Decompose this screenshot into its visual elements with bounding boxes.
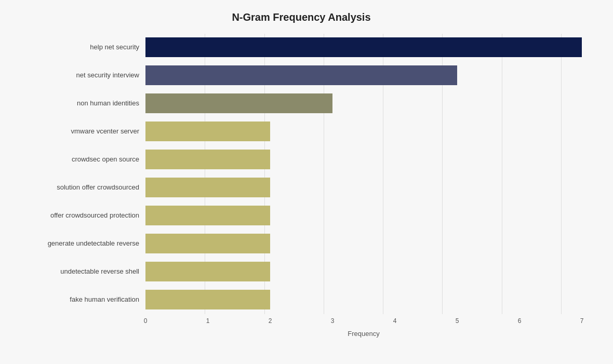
bar-fill xyxy=(145,178,270,197)
bar-fill xyxy=(145,150,270,169)
bar-track xyxy=(145,178,582,197)
bar-row: vmware vcenter server xyxy=(21,118,582,145)
bar-label: help net security xyxy=(21,43,145,51)
chart-container: N-Gram Frequency Analysis help net secur… xyxy=(10,1,603,363)
bar-track xyxy=(145,122,582,141)
bar-row: crowdsec open source xyxy=(21,146,582,173)
x-tick: 6 xyxy=(518,317,522,325)
bar-fill xyxy=(145,93,332,113)
x-tick: 2 xyxy=(269,317,272,325)
bar-fill xyxy=(145,65,457,85)
x-axis: 01234567 xyxy=(145,317,582,328)
x-tick: 3 xyxy=(331,317,335,325)
bar-track xyxy=(145,65,582,85)
bar-fill xyxy=(145,37,582,57)
bar-track xyxy=(145,206,582,225)
bar-label: non human identities xyxy=(21,99,145,107)
bar-label: crowdsec open source xyxy=(21,155,145,163)
bar-row: net security interview xyxy=(21,62,582,89)
x-tick: 0 xyxy=(144,317,148,325)
x-tick: 7 xyxy=(580,317,584,325)
bar-label: generate undetectable reverse xyxy=(21,239,145,247)
bar-fill xyxy=(145,122,270,141)
bar-track xyxy=(145,262,582,281)
x-axis-label: Frequency xyxy=(145,330,582,338)
bar-row: undetectable reverse shell xyxy=(21,258,582,285)
x-tick: 4 xyxy=(393,317,397,325)
bar-row: fake human verification xyxy=(21,286,582,313)
bar-fill xyxy=(145,234,270,253)
x-tick: 5 xyxy=(456,317,459,325)
bar-row: help net security xyxy=(21,34,582,61)
chart-title: N-Gram Frequency Analysis xyxy=(21,11,582,23)
bar-track xyxy=(145,150,582,169)
bar-fill xyxy=(145,206,270,225)
bar-row: offer crowdsourced protection xyxy=(21,202,582,229)
bar-label: solution offer crowdsourced xyxy=(21,183,145,191)
bar-label: vmware vcenter server xyxy=(21,127,145,135)
x-tick: 1 xyxy=(206,317,210,325)
bar-label: undetectable reverse shell xyxy=(21,267,145,275)
bar-label: fake human verification xyxy=(21,295,145,303)
bar-track xyxy=(145,37,582,57)
bar-row: generate undetectable reverse xyxy=(21,230,582,257)
bar-row: non human identities xyxy=(21,90,582,117)
chart-area: help net securitynet security interviewn… xyxy=(21,34,582,314)
bar-track xyxy=(145,93,582,113)
bar-track xyxy=(145,234,582,253)
bar-track xyxy=(145,290,582,309)
bar-row: solution offer crowdsourced xyxy=(21,174,582,201)
bar-label: net security interview xyxy=(21,71,145,79)
bar-fill xyxy=(145,262,270,281)
bar-fill xyxy=(145,290,270,309)
bar-label: offer crowdsourced protection xyxy=(21,211,145,219)
